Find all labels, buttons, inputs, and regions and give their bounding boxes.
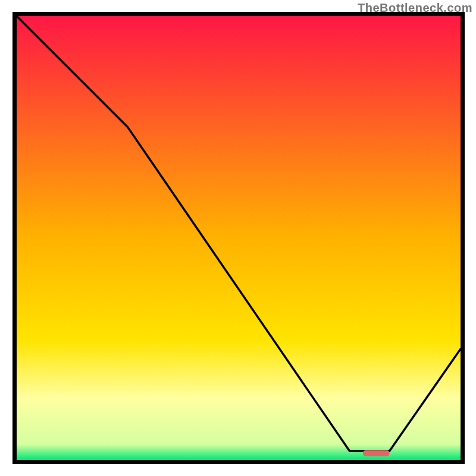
optimal-marker	[363, 450, 390, 456]
bottleneck-chart	[0, 0, 476, 476]
